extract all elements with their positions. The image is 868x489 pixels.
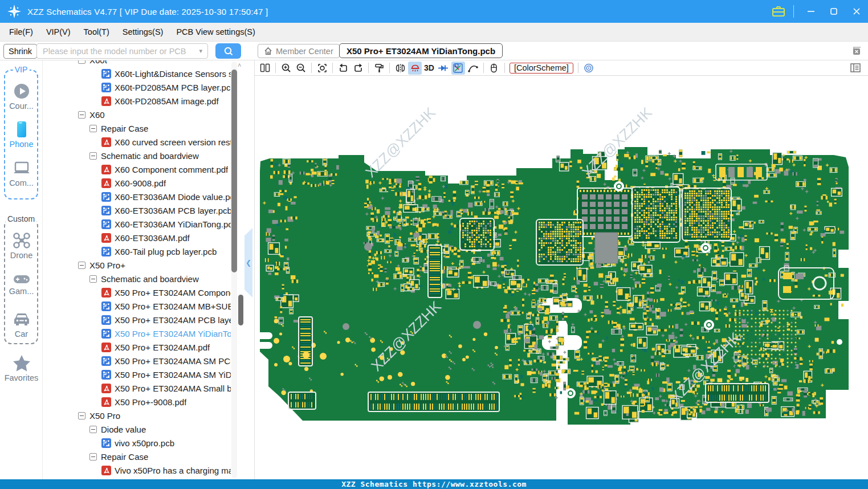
collapse-expander-icon[interactable] (78, 60, 85, 64)
tree-scroll-up-icon[interactable]: ˄ (238, 62, 241, 68)
menu-bar: File(F)VIP(V)Tool(T)Settings(S)PCB View … (0, 23, 868, 42)
tree-item-file[interactable]: X60-ET3036AM YiDianTong.pcb (43, 217, 231, 231)
menu-item-2[interactable]: Tool(T) (84, 27, 117, 36)
sidebar-item-drone[interactable]: Drone (0, 231, 43, 260)
sidebar-item-computer[interactable]: Com... (0, 160, 43, 188)
tree-node-label: Schematic and boardview (101, 274, 199, 284)
tree-item-node[interactable]: X60t (43, 60, 231, 67)
tree-item-file[interactable]: vivo x50pro.pcb (43, 436, 231, 450)
zoom-in-button[interactable] (279, 62, 293, 75)
menu-item-3[interactable]: Settings(S) (123, 27, 171, 36)
eye-visibility-button[interactable] (582, 62, 596, 75)
tree-item-node[interactable]: X50 Pro+ (43, 258, 231, 272)
tree-item-file[interactable]: X50 Pro+ ET3024AM PCB layer.p (43, 313, 231, 327)
sidebar-item-phone[interactable]: Phone (0, 120, 43, 149)
star-icon (12, 354, 31, 372)
center-view-button[interactable] (315, 62, 329, 75)
zoom-out-button[interactable] (294, 62, 308, 75)
tree-item-file[interactable]: Vivo x50Pro has a charging mar (43, 463, 231, 477)
close-button[interactable] (845, 0, 868, 23)
view-3d-button[interactable]: 3D (422, 63, 436, 72)
mouse-settings-button[interactable] (487, 62, 501, 75)
briefcase-icon[interactable] (772, 6, 785, 17)
tree-item-file[interactable]: X50 Pro+ ET3024AMA SM YiDia (43, 368, 231, 381)
collapse-expander-icon[interactable] (78, 262, 85, 269)
tree-scrollbar-thumb[interactable] (231, 70, 237, 272)
tree-item-file[interactable]: X60 curved screen version restar (43, 135, 231, 149)
tree-item-file[interactable]: X60t-PD2085AM PCB layer.pcb (43, 80, 231, 94)
tree-item-file[interactable]: X60-Tail plug pcb layer.pcb (43, 244, 231, 258)
menu-item-0[interactable]: File(F) (9, 27, 40, 36)
tree-item-node[interactable]: X50 Pro (43, 409, 231, 422)
tree-file-label: X60 curved screen version restar (115, 137, 231, 147)
panel-scrollbar-thumb[interactable] (238, 295, 243, 325)
paint-roller-button[interactable] (372, 62, 386, 75)
shrink-button[interactable]: Shrink (3, 44, 37, 59)
tree-item-node[interactable]: Repair Case (43, 450, 231, 463)
collapse-expander-icon[interactable] (89, 275, 97, 283)
curve-tool-button[interactable] (466, 62, 480, 75)
search-input[interactable] (37, 47, 199, 56)
tree-item-file[interactable]: X60t-Light&Distance Sensors shim (43, 67, 231, 80)
tree-item-file[interactable]: X50 Pro+ ET3024AM MB+SUB Y (43, 299, 231, 313)
tree-item-file[interactable]: X60-ET3036AM PCB layer.pcb (43, 203, 231, 217)
pdf-file-icon (101, 233, 111, 243)
collapse-left-panel-handle[interactable]: ❮ (244, 228, 252, 298)
search-button[interactable] (215, 43, 241, 59)
minimize-button[interactable] (800, 0, 822, 23)
tree-item-file[interactable]: X50 Pro+ ET3024AM.pdf (43, 340, 231, 354)
pdf-file-icon (101, 96, 111, 106)
layer-panel-icon[interactable] (850, 62, 861, 74)
tree-item-node[interactable]: Repair Case (43, 121, 231, 135)
collapse-expander-icon[interactable] (78, 412, 85, 419)
tree-item-node[interactable]: X60 (43, 108, 231, 121)
laptop-icon (12, 160, 31, 177)
sidebar-item-favorites[interactable]: Favorites (0, 354, 43, 382)
lamp-tool-button[interactable] (408, 62, 422, 75)
collapse-expander-icon[interactable] (89, 125, 97, 132)
trace-inspect-button[interactable] (451, 62, 465, 75)
diode-tool-button[interactable] (437, 62, 450, 75)
tree-item-file[interactable]: X60-ET3036AM Diode value.pcb (43, 190, 231, 203)
member-center-button[interactable]: Member Center (258, 44, 340, 58)
tree-item-node[interactable]: Schematic and boardview (43, 149, 231, 162)
tree-item-file[interactable]: X50 Pro+-9008.pdf (43, 395, 231, 409)
tree-item-file[interactable]: X60t-PD2085AM image.pdf (43, 94, 231, 108)
tree-item-file[interactable]: X50 Pro+ ET3024AM Componer (43, 286, 231, 299)
chevron-down-icon[interactable]: ▾ (199, 47, 207, 55)
tree-item-file[interactable]: X60-9008.pdf (43, 176, 231, 190)
tree-node-label: X50 Pro (89, 411, 120, 421)
mirror-flip-button[interactable] (393, 62, 407, 75)
tree-file-label: X50 Pro+ ET3024AM PCB layer.p (115, 315, 231, 325)
tab-active-pcb[interactable]: X50 Pro+ ET3024AM YiDianTong.pcb (339, 43, 503, 58)
collapse-expander-icon[interactable] (89, 426, 97, 433)
collapse-expander-icon[interactable] (89, 152, 97, 160)
menu-item-4[interactable]: PCB View settings(S) (176, 27, 262, 36)
rotate-left-button[interactable] (336, 62, 350, 75)
member-center-label: Member Center (276, 47, 333, 56)
tree-item-file[interactable]: X60-ET3036AM.pdf (43, 231, 231, 244)
tree-item-file[interactable]: X60 Component comment.pdf (43, 162, 231, 176)
sidebar-item-car[interactable]: Car (0, 311, 43, 339)
sidebar-item-game[interactable]: Gam... (0, 273, 43, 296)
tree-item-file[interactable]: X50 Pro+ ET3024AM YiDianTon (43, 327, 231, 340)
status-bar: XZZ Schematics https://www.xzztools.com (0, 479, 868, 489)
menu-item-1[interactable]: VIP(V) (46, 27, 78, 36)
close-panel-icon[interactable] (851, 46, 862, 56)
rotate-right-button[interactable] (351, 62, 365, 75)
sidebar-item-course[interactable]: Cour... (0, 82, 43, 111)
tree-item-node[interactable]: Schematic and boardview (43, 272, 231, 286)
file-tree-panel: X60tX60t-Light&Distance Sensors shimX60t… (43, 60, 231, 479)
pcb-board-view[interactable] (255, 76, 868, 479)
maximize-button[interactable] (822, 0, 845, 23)
collapse-expander-icon[interactable] (89, 453, 97, 461)
tree-item-file[interactable]: X50 Pro+ ET3024AMA SM PCB l (43, 354, 231, 368)
tree-item-file[interactable]: X50 Pro+ ET3024AMA Small bo (43, 381, 231, 395)
pdf-file-icon (101, 165, 111, 174)
play-circle-icon (13, 82, 31, 100)
colorscheme-button[interactable]: [ColorScheme] (510, 63, 573, 74)
split-view-button[interactable] (258, 62, 272, 75)
collapse-expander-icon[interactable] (78, 111, 85, 119)
tree-item-node[interactable]: Diode value (43, 422, 231, 436)
app-logo-icon (7, 4, 22, 19)
